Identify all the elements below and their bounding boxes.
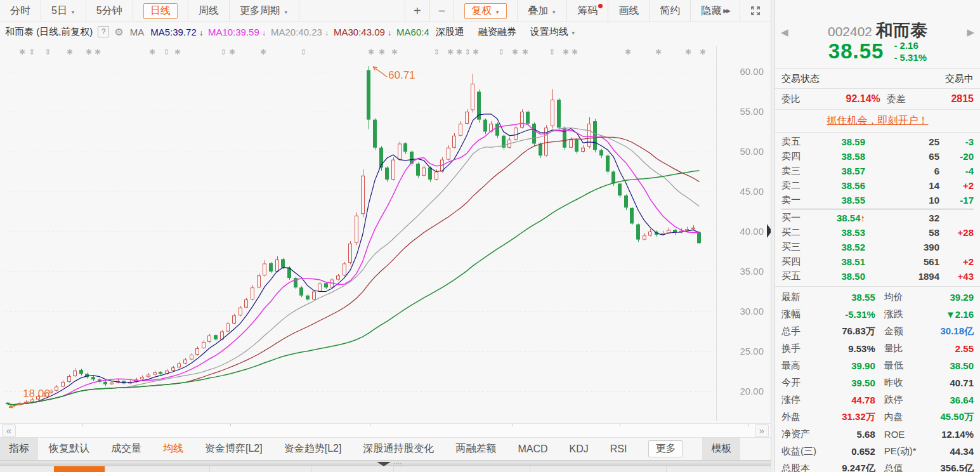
lower-pane-active-tab: [54, 466, 105, 472]
chart-tools: +−复权▼叠加▼筹码画线简约隐藏▶▶: [405, 0, 771, 22]
bid-row[interactable]: 买五38.501894+43: [775, 269, 980, 284]
toolbar-button-画线[interactable]: 画线: [608, 0, 649, 22]
book-divider: [781, 209, 974, 209]
indicator-button-恢复默认[interactable]: 恢复默认: [38, 438, 100, 460]
toolbar-button-更多周期[interactable]: 更多周期▼: [230, 0, 299, 22]
bid-row[interactable]: 买四38.51561+2: [775, 254, 980, 269]
chart-scrollbar[interactable]: « »: [0, 423, 771, 438]
gear-icon[interactable]: ⚙: [114, 26, 123, 38]
ask-row[interactable]: 卖二38.5614+2: [775, 178, 980, 193]
event-marker-icon: ⇕: [163, 48, 169, 56]
event-marker-icon: ⇕: [300, 48, 306, 56]
stat-row: 收益(三)0.652PE(动)*44.34: [775, 443, 980, 460]
chevron-down-icon: ▼: [284, 10, 289, 15]
dividend-marker-icon: ✱: [522, 48, 528, 56]
toolbar-button-简约[interactable]: 简约: [649, 0, 690, 22]
indicator-button-深股通持股变化[interactable]: 深股通持股变化: [352, 438, 445, 460]
stat-row: 涨停44.78跌停36.64: [775, 391, 980, 409]
ma-readout: MA30:43.09 ↓: [334, 27, 391, 37]
link-融资融券[interactable]: 融资融券: [478, 26, 516, 38]
bid-row[interactable]: 买一38.54↑32: [775, 211, 980, 225]
weibi-row: 委比 92.14% 委差 2815: [775, 89, 980, 110]
open-account-link[interactable]: 抓住机会，即刻开户！: [827, 114, 929, 128]
indicator-button-资金趋势[L2][interactable]: 资金趋势[L2]: [273, 438, 353, 460]
dividend-marker-icon: ✱: [572, 48, 578, 56]
price-axis-label: 30.00: [722, 306, 764, 317]
stat-row: 净资产5.68ROE12.14%: [775, 426, 980, 443]
expand-icon[interactable]: [740, 0, 771, 22]
indicator-button-KDJ[interactable]: KDJ: [558, 438, 599, 460]
double-arrow-icon: ▶▶: [723, 8, 729, 14]
stat-row: 外盘31.32万内盘45.50万: [775, 409, 980, 426]
scroll-left-button[interactable]: «: [2, 424, 16, 437]
weibi-label: 委比: [781, 93, 800, 105]
ask-row[interactable]: 卖五38.5925-3: [775, 134, 980, 149]
quote-panel: ◀ ▶ 002402和而泰 38.55 - 2.16 - 5.31% 交易状态 …: [775, 0, 980, 472]
toolbar-button-复权[interactable]: 复权▼: [454, 0, 517, 22]
indicator-button-成交量[interactable]: 成交量: [100, 438, 152, 460]
indicator-button-资金博弈[L2][interactable]: 资金博弈[L2]: [194, 438, 273, 460]
candlestick-chart[interactable]: [0, 41, 771, 423]
period-toolbar: 分时5日▼5分钟日线周线更多周期▼ +−复权▼叠加▼筹码画线简约隐藏▶▶: [0, 0, 771, 22]
toolbar-button-叠加[interactable]: 叠加▼: [517, 0, 566, 22]
toolbar-button-5分钟[interactable]: 5分钟: [86, 0, 133, 22]
stat-row: 涨幅-5.31%涨跌▼2.16: [775, 306, 980, 323]
toolbar-button-隐藏[interactable]: 隐藏▶▶: [690, 0, 740, 22]
price-axis-label: 25.00: [722, 346, 764, 357]
ask-row[interactable]: 卖一38.5510-17: [775, 193, 980, 207]
stat-row: 今开39.50昨收40.71: [775, 374, 980, 391]
collapse-pane-icon[interactable]: [377, 462, 391, 466]
dividend-marker-icon: ✱: [174, 48, 181, 56]
indicator-button-模板[interactable]: 模板: [702, 438, 740, 460]
quote-stats: 最新38.55均价39.29涨幅-5.31%涨跌▼2.16总手76.83万金额3…: [775, 287, 980, 472]
toolbar-button-5日[interactable]: 5日▼: [41, 0, 86, 22]
price-axis-label: 45.00: [722, 186, 764, 197]
toolbar-button-日线[interactable]: 日线: [133, 0, 188, 22]
scroll-right-button[interactable]: »: [755, 424, 769, 437]
event-marker-icon: ⇕: [44, 48, 51, 56]
low-price-annotation: 18.06: [23, 388, 50, 400]
indicator-toolbar: 指标恢复默认成交量均线资金博弈[L2]资金趋势[L2]深股通持股变化两融差额MA…: [0, 438, 771, 461]
dividend-marker-icon: ✱: [95, 48, 101, 56]
chevron-down-icon: ▼: [551, 10, 556, 15]
quote-header: ◀ ▶ 002402和而泰 38.55 - 2.16 - 5.31%: [775, 0, 980, 69]
dividend-marker-icon: ✱: [625, 48, 631, 56]
pane-splitter[interactable]: ::::: [0, 461, 771, 466]
price-change: - 2.16 - 5.31%: [894, 39, 927, 63]
toolbar-button-−[interactable]: −: [429, 0, 454, 22]
chevron-down-icon: ▼: [571, 30, 576, 36]
ask-row[interactable]: 卖四38.5865-20: [775, 149, 980, 164]
event-marker-icon: ⇕: [29, 48, 35, 56]
panel-divider[interactable]: [771, 0, 775, 472]
high-price-annotation: 60.71: [388, 69, 415, 82]
bid-row[interactable]: 买二38.5358+28: [775, 225, 980, 240]
indicator-button-均线[interactable]: 均线: [152, 438, 194, 460]
indicator-button-更多[interactable]: 更多: [637, 438, 693, 460]
chevron-down-icon: ▼: [70, 10, 75, 15]
indicator-button-RSI[interactable]: RSI: [599, 438, 638, 460]
event-marker-icon: ⇕: [220, 48, 226, 56]
dividend-marker-icon: ✱: [368, 48, 374, 56]
stat-row: 总股本9.247亿总值356.5亿: [775, 460, 980, 472]
indicator-button-两融差额[interactable]: 两融差额: [445, 438, 507, 460]
bid-row[interactable]: 买三38.52390: [775, 240, 980, 254]
ma-readout: MA10:39.59 ↓: [208, 27, 266, 37]
toolbar-button-+[interactable]: +: [405, 0, 429, 22]
indicator-button-MACD[interactable]: MACD: [507, 438, 558, 460]
last-price: 38.55: [828, 39, 884, 63]
stat-row: 最高39.90最低38.50: [775, 357, 980, 374]
price-axis-label: 35.00: [722, 266, 764, 277]
chart-title: 和而泰 (日线,前复权): [5, 26, 93, 38]
weicha-value: 2815: [951, 93, 974, 105]
promo-row: 抓住机会，即刻开户！: [775, 110, 980, 133]
link-深股通[interactable]: 深股通: [436, 26, 464, 38]
toolbar-button-分时[interactable]: 分时: [0, 0, 41, 22]
chart-info-bar: 和而泰 (日线,前复权) ? ⚙ MA MA5:39.72 ↓MA10:39.5…: [0, 22, 771, 41]
ma-settings-button[interactable]: 设置均线▼: [530, 26, 576, 38]
toolbar-button-周线[interactable]: 周线: [188, 0, 230, 22]
toolbar-button-筹码[interactable]: 筹码: [566, 0, 608, 22]
ask-row[interactable]: 卖三38.576-4: [775, 164, 980, 178]
indicator-button-指标[interactable]: 指标: [0, 438, 38, 460]
price-axis-label: 55.00: [722, 106, 764, 117]
help-icon[interactable]: ?: [98, 26, 109, 37]
